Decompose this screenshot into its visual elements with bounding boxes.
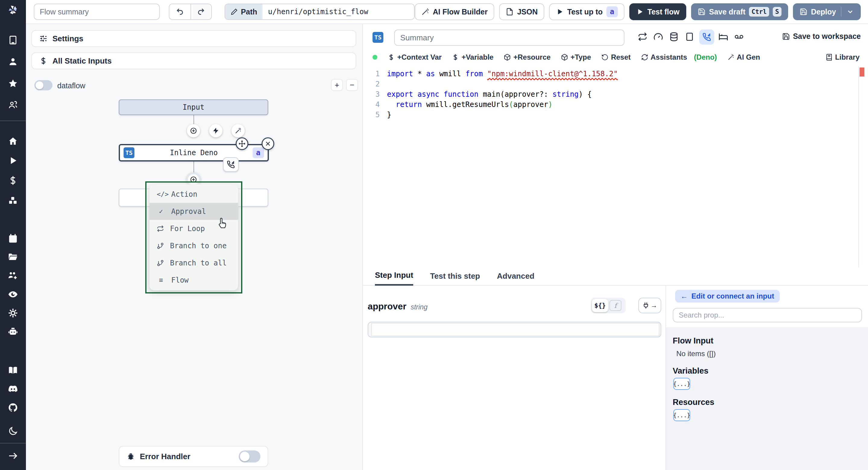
kbd-ctrl: Ctrl	[749, 7, 769, 17]
menu-item-branch-to-all[interactable]: Branch to all	[150, 254, 238, 272]
mouse-cursor	[216, 217, 228, 229]
pencil-icon	[230, 8, 238, 15]
favorites-star-icon[interactable]	[0, 78, 26, 89]
file-icon	[506, 8, 514, 15]
ai-flow-builder-button[interactable]: AI Flow Builder	[415, 3, 494, 20]
resources-expand-chip[interactable]: {...}	[673, 409, 690, 421]
dataflow-toggle[interactable]	[34, 80, 53, 90]
groups-admin-icon[interactable]	[0, 271, 26, 281]
box-icon	[561, 54, 568, 61]
arrow-left-icon: ←	[681, 292, 688, 301]
ai-gen-button[interactable]: AI Gen	[727, 53, 760, 61]
github-icon[interactable]	[0, 403, 26, 413]
path-edit-button[interactable]: Path	[225, 4, 262, 19]
bug-icon	[127, 452, 135, 461]
dataflow-label: dataflow	[57, 81, 85, 90]
divider	[841, 7, 841, 17]
tab-step-input[interactable]: Step Input	[375, 271, 413, 286]
menu-item-action[interactable]: </>Action	[150, 186, 238, 203]
reset-button[interactable]: Reset	[601, 53, 630, 61]
expr-mode-button[interactable]: ${}	[592, 299, 608, 312]
flow-summary-input[interactable]	[34, 4, 160, 20]
undo-button[interactable]	[169, 4, 190, 19]
mock-square-icon[interactable]	[685, 32, 695, 43]
home-icon[interactable]	[0, 136, 26, 147]
menu-item-branch-to-one[interactable]: Branch to one	[150, 237, 238, 254]
settings-gear-icon[interactable]	[0, 308, 26, 318]
book-icon	[826, 54, 833, 61]
workers-robot-icon[interactable]	[0, 326, 26, 337]
early-stop-gauge-icon[interactable]	[653, 32, 664, 43]
json-button[interactable]: JSON	[499, 3, 544, 20]
delete-node-button[interactable]	[261, 137, 274, 150]
tab-test-this-step[interactable]: Test this step	[430, 272, 480, 285]
discord-icon[interactable]	[0, 384, 26, 394]
code-lines: import * as wmill from "npm:windmill-cli…	[387, 69, 850, 120]
all-static-inputs-card[interactable]: All Static Inputs	[31, 53, 356, 69]
users-group-icon[interactable]	[0, 100, 26, 110]
check-icon: ✓	[157, 208, 165, 215]
save-to-workspace-button[interactable]: Save to workspace	[782, 32, 861, 41]
user-icon[interactable]	[0, 57, 26, 67]
approver-value-input[interactable]	[368, 322, 661, 338]
resources-boxes-icon[interactable]	[0, 195, 26, 206]
retry-icon[interactable]	[638, 32, 649, 43]
zoom-out-button[interactable]: −	[346, 79, 358, 91]
path-input[interactable]	[262, 4, 414, 19]
redo-button[interactable]	[190, 4, 212, 19]
assistants-button[interactable]: Assistants (Deno)	[641, 53, 717, 61]
suspend-phone-badge[interactable]	[223, 157, 239, 172]
step-type-menu: </>Action ✓Approval For Loop Branch to o…	[150, 184, 238, 290]
variables-dollar-icon[interactable]	[0, 175, 26, 186]
docs-book-icon[interactable]	[0, 365, 26, 375]
trigger-button[interactable]	[209, 124, 222, 137]
voicemail-icon[interactable]	[734, 32, 745, 43]
chevron-down-icon[interactable]	[846, 8, 854, 15]
cache-database-icon[interactable]	[669, 32, 680, 43]
runs-play-icon[interactable]	[0, 155, 26, 166]
step-input-column: approverstring ${} f →	[363, 286, 665, 470]
tab-advanced[interactable]: Advanced	[497, 272, 534, 285]
ai-suggest-button[interactable]	[231, 124, 245, 137]
input-node[interactable]: Input	[119, 99, 268, 115]
save-icon	[782, 33, 790, 40]
flow-settings-card[interactable]: Settings	[31, 30, 356, 47]
test-up-to-button[interactable]: Test up to a	[549, 3, 624, 20]
save-draft-button[interactable]: Save draft Ctrl S	[691, 3, 788, 20]
error-handler-toggle[interactable]	[239, 450, 260, 463]
variables-expand-chip[interactable]: {...}	[673, 378, 690, 390]
step-summary-input[interactable]	[394, 30, 624, 46]
audit-eye-icon[interactable]	[0, 289, 26, 300]
add-context-var-button[interactable]: +Context Var	[388, 53, 441, 61]
test-flow-button[interactable]: Test flow	[629, 3, 686, 20]
dark-mode-moon-icon[interactable]	[0, 426, 26, 436]
add-variable-button[interactable]: +Variable	[452, 53, 493, 61]
folders-icon[interactable]	[0, 252, 26, 262]
search-prop-input[interactable]	[673, 308, 862, 322]
windmill-logo[interactable]	[0, 5, 26, 15]
plus-icon	[190, 127, 197, 134]
step-badge: a	[607, 6, 618, 17]
library-button[interactable]: Library	[826, 53, 860, 61]
code-editor[interactable]: 12345 import * as wmill from "npm:windmi…	[363, 66, 868, 269]
sleep-bed-icon[interactable]	[718, 32, 730, 43]
connect-input-button[interactable]: →	[638, 298, 661, 313]
add-resource-button[interactable]: +Resource	[504, 53, 550, 61]
error-handler-card[interactable]: Error Handler	[119, 446, 268, 467]
play-icon	[556, 8, 564, 15]
menu-item-flow[interactable]: ≡Flow	[150, 272, 238, 289]
insert-step-button[interactable]	[187, 124, 200, 137]
schedules-calendar-icon[interactable]	[0, 233, 26, 244]
workspace-icon[interactable]	[0, 35, 26, 45]
deploy-button[interactable]: Deploy	[793, 3, 861, 20]
suspend-approval-button[interactable]	[699, 30, 714, 44]
fn-mode-button[interactable]: f	[610, 300, 621, 311]
field-label: approverstring	[368, 301, 428, 312]
windmill-flow-builder: Path AI Flow Builder JSON Test up to a T…	[0, 0, 868, 470]
add-type-button[interactable]: +Type	[561, 53, 591, 61]
move-icon	[239, 140, 246, 147]
edit-or-connect-pill[interactable]: ← Edit or connect an input	[675, 290, 780, 303]
expand-arrow-icon[interactable]	[0, 451, 26, 461]
zoom-in-button[interactable]: +	[331, 79, 343, 91]
move-node-handle[interactable]	[236, 137, 248, 150]
